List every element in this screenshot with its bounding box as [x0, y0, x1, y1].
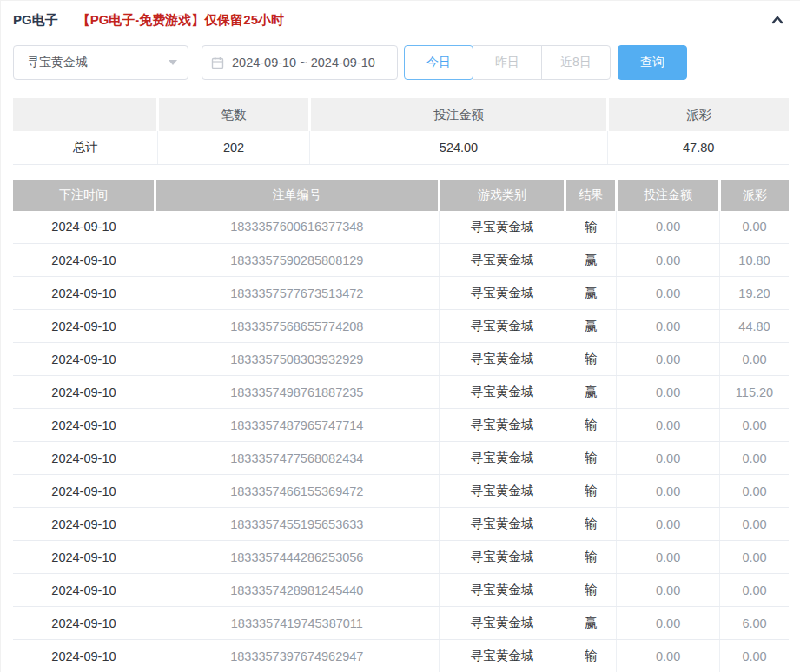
cell-game: 寻宝黄金城: [439, 640, 565, 672]
summary-table: 笔数 投注金额 派彩 总计 202 524.00 47.80: [13, 98, 789, 165]
cell-payout: 0.00: [720, 211, 790, 244]
cell-bet: 0.00: [617, 211, 720, 244]
table-row: 2024-09-101833357568655774208寻宝黄金城赢0.004…: [13, 310, 789, 343]
header-bet-amount: 投注金额: [617, 180, 720, 211]
cell-result: 输: [565, 541, 617, 574]
calendar-icon: [211, 56, 232, 69]
cell-game: 寻宝黄金城: [439, 277, 565, 310]
summary-total-count: 202: [158, 131, 309, 164]
panel-header: PG电子 【PG电子-免费游戏】仅保留25小时: [13, 10, 788, 30]
cell-time: 2024-09-10: [13, 277, 155, 310]
pg-records-panel: PG电子 【PG电子-免费游戏】仅保留25小时 寻宝黄金城: [0, 0, 800, 672]
cell-time: 2024-09-10: [13, 211, 155, 244]
cell-time: 2024-09-10: [13, 244, 155, 277]
quick-button-yesterday[interactable]: 昨日: [473, 45, 542, 80]
filter-row: 寻宝黄金城 2024-09-10 ~ 2024-09-10 今日 昨日 近8日 …: [13, 45, 788, 80]
header-result: 结果: [565, 180, 617, 211]
summary-header-amount: 投注金额: [309, 98, 608, 131]
cell-payout: 6.00: [720, 607, 790, 640]
panel-title: PG电子: [13, 12, 58, 29]
cell-order: 1833357466155369472: [155, 475, 439, 508]
cell-result: 赢: [565, 376, 617, 409]
search-button[interactable]: 查询: [618, 45, 687, 80]
cell-payout: 115.20: [720, 376, 790, 409]
table-row: 2024-09-101833357466155369472寻宝黄金城输0.000…: [13, 475, 789, 508]
cell-payout: 10.80: [720, 244, 790, 277]
cell-bet: 0.00: [617, 541, 720, 574]
table-row: 2024-09-101833357444286253056寻宝黄金城输0.000…: [13, 541, 789, 574]
summary-total-row: 总计 202 524.00 47.80: [13, 131, 789, 164]
cell-bet: 0.00: [617, 343, 720, 376]
date-range-value: 2024-09-10 ~ 2024-09-10: [232, 56, 375, 69]
cell-order: 1833357600616377348: [155, 211, 439, 244]
cell-order: 1833357477568082434: [155, 442, 439, 475]
collapse-button[interactable]: [767, 10, 788, 30]
cell-game: 寻宝黄金城: [439, 343, 565, 376]
table-row: 2024-09-101833357455195653633寻宝黄金城输0.000…: [13, 508, 789, 541]
cell-bet: 0.00: [617, 310, 720, 343]
cell-bet: 0.00: [617, 574, 720, 607]
cell-game: 寻宝黄金城: [439, 475, 565, 508]
quick-date-group: 今日 昨日 近8日: [404, 45, 611, 80]
cell-game: 寻宝黄金城: [439, 244, 565, 277]
cell-payout: 0.00: [720, 541, 790, 574]
cell-bet: 0.00: [617, 244, 720, 277]
cell-bet: 0.00: [617, 640, 720, 672]
cell-game: 寻宝黄金城: [439, 574, 565, 607]
cell-bet: 0.00: [617, 475, 720, 508]
cell-time: 2024-09-10: [13, 508, 155, 541]
cell-payout: 44.80: [720, 310, 790, 343]
cell-result: 输: [565, 211, 617, 244]
cell-order: 1833357568655774208: [155, 310, 439, 343]
cell-time: 2024-09-10: [13, 475, 155, 508]
summary-total-amount: 524.00: [309, 131, 608, 164]
bet-table: 下注时间 注单编号 游戏类别 结果 投注金额 派彩 2024-09-101833…: [13, 180, 789, 672]
table-row: 2024-09-101833357498761887235寻宝黄金城赢0.001…: [13, 376, 789, 409]
table-row: 2024-09-101833357577673513472寻宝黄金城赢0.001…: [13, 277, 789, 310]
cell-payout: 19.20: [720, 277, 790, 310]
cell-bet: 0.00: [617, 607, 720, 640]
cell-result: 输: [565, 640, 617, 672]
header-game-type: 游戏类别: [439, 180, 565, 211]
cell-game: 寻宝黄金城: [439, 541, 565, 574]
summary-header-count: 笔数: [158, 98, 309, 131]
cell-payout: 0.00: [720, 409, 790, 442]
quick-button-today[interactable]: 今日: [404, 45, 473, 80]
summary-header-payout: 派彩: [608, 98, 789, 131]
table-row: 2024-09-101833357428981245440寻宝黄金城输0.000…: [13, 574, 789, 607]
cell-time: 2024-09-10: [13, 310, 155, 343]
summary-header-row: 笔数 投注金额 派彩: [13, 98, 789, 131]
cell-game: 寻宝黄金城: [439, 607, 565, 640]
cell-game: 寻宝黄金城: [439, 409, 565, 442]
cell-result: 赢: [565, 607, 617, 640]
table-row: 2024-09-101833357487965747714寻宝黄金城输0.000…: [13, 409, 789, 442]
cell-game: 寻宝黄金城: [439, 508, 565, 541]
header-payout: 派彩: [720, 180, 790, 211]
cell-time: 2024-09-10: [13, 541, 155, 574]
quick-button-last8days[interactable]: 近8日: [541, 45, 611, 80]
table-row: 2024-09-101833357590285808129寻宝黄金城赢0.001…: [13, 244, 789, 277]
cell-game: 寻宝黄金城: [439, 310, 565, 343]
cell-bet: 0.00: [617, 376, 720, 409]
cell-order: 1833357444286253056: [155, 541, 439, 574]
table-row: 2024-09-101833357477568082434寻宝黄金城输0.000…: [13, 442, 789, 475]
bet-table-header-row: 下注时间 注单编号 游戏类别 结果 投注金额 派彩: [13, 180, 789, 211]
bet-table-body: 2024-09-101833357600616377348寻宝黄金城输0.000…: [13, 211, 789, 672]
cell-order: 1833357419745387011: [155, 607, 439, 640]
cell-result: 输: [565, 442, 617, 475]
cell-result: 输: [565, 409, 617, 442]
game-select[interactable]: 寻宝黄金城: [13, 45, 188, 80]
cell-result: 赢: [565, 277, 617, 310]
header-order-id: 注单编号: [155, 180, 439, 211]
cell-time: 2024-09-10: [13, 409, 155, 442]
cell-order: 1833357590285808129: [155, 244, 439, 277]
cell-game: 寻宝黄金城: [439, 442, 565, 475]
date-range-input[interactable]: 2024-09-10 ~ 2024-09-10: [202, 45, 398, 80]
cell-time: 2024-09-10: [13, 640, 155, 672]
cell-result: 赢: [565, 310, 617, 343]
cell-payout: 0.00: [720, 442, 790, 475]
cell-order: 1833357508303932929: [155, 343, 439, 376]
cell-bet: 0.00: [617, 442, 720, 475]
panel-notice: 【PG电子-免费游戏】仅保留25小时: [77, 12, 284, 29]
cell-result: 输: [565, 508, 617, 541]
